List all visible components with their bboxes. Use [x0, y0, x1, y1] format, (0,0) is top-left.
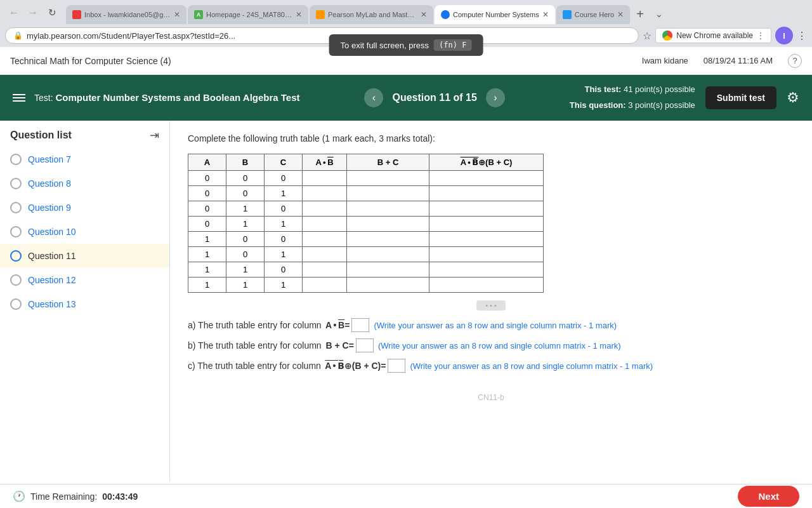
settings-icon[interactable]: ⚙ [787, 90, 799, 106]
app-title: Technical Math for Computer Science (4) [10, 56, 171, 66]
divider: • • • [188, 300, 794, 311]
hint-a: (Write your answer as an 8 row and singl… [374, 321, 617, 330]
sidebar-item-q8[interactable]: Question 8 [0, 171, 169, 196]
table-row: 0 0 1 [188, 186, 544, 201]
table-row: 1 0 0 [188, 232, 544, 247]
table-row: 0 0 0 [188, 171, 544, 186]
answer-input-a[interactable] [351, 318, 369, 332]
answer-row-a: a) The truth table entry for column A • … [188, 318, 794, 332]
answer-row-b: b) The truth table entry for column B + … [188, 338, 794, 352]
hint-c: (Write your answer as an 8 row and singl… [410, 361, 653, 371]
q13-label: Question 13 [28, 299, 76, 309]
hint-b: (Write your answer as an 8 row and singl… [378, 341, 621, 351]
close-tab-gmail[interactable]: ✕ [174, 10, 180, 19]
col-header-complex: A • B̅⊕(B + C) [429, 154, 544, 171]
q12-label: Question 12 [28, 275, 76, 285]
q8-circle [10, 178, 22, 189]
prev-question-button[interactable]: ‹ [364, 88, 383, 107]
chrome-menu-icon[interactable]: ⋮ [797, 30, 807, 42]
fullscreen-tooltip: To exit full screen, press (fn) F [329, 34, 483, 56]
test-title: Test: Computer Number Systems and Boolea… [34, 91, 300, 105]
new-tab-button[interactable]: + [631, 6, 649, 24]
next-button[interactable]: Next [738, 486, 799, 507]
keyboard-shortcut: (fn) F [434, 39, 471, 51]
sidebar-title: Question list [10, 130, 72, 141]
nav-buttons: ← → ↻ [5, 4, 61, 24]
user-name: Iwam kidane [642, 56, 688, 65]
q10-label: Question 10 [28, 227, 76, 237]
table-row: 1 1 1 [188, 277, 544, 293]
forward-button[interactable]: → [24, 4, 42, 22]
q7-label: Question 7 [28, 154, 71, 164]
reload-button[interactable]: ↻ [43, 4, 61, 22]
question-list-sidebar: Question list ⇥ Question 7 Question 8 Qu… [0, 121, 170, 481]
question-number: Question 11 of 15 [392, 92, 476, 104]
close-tab-computer[interactable]: ✕ [542, 10, 549, 19]
q11-label: Question 11 [28, 251, 76, 261]
hamburger-menu[interactable] [13, 94, 25, 102]
q9-circle [10, 202, 22, 213]
time-remaining-value: 00:43:49 [102, 491, 138, 502]
answer-row-c: c) The truth table entry for column A • … [188, 359, 794, 373]
tab-pearson[interactable]: Pearson MyLab and Master... ✕ [310, 5, 433, 24]
q12-circle [10, 274, 22, 286]
sidebar-item-q12[interactable]: Question 12 [0, 268, 169, 292]
cn-label: CN11-b [188, 393, 794, 402]
back-button[interactable]: ← [5, 4, 23, 22]
close-tab-pearson[interactable]: ✕ [421, 10, 427, 19]
sidebar-item-q10[interactable]: Question 10 [0, 220, 169, 244]
tab-homepage[interactable]: A Homepage - 24S_MAT800... ✕ [188, 5, 308, 24]
sidebar-item-q11[interactable]: Question 11 [0, 244, 169, 268]
submit-test-button[interactable]: Submit test [705, 86, 776, 109]
tab-coursehero[interactable]: Course Hero ✕ [556, 5, 630, 24]
test-header: Test: Computer Number Systems and Boolea… [0, 75, 812, 121]
table-row: 1 0 1 [188, 247, 544, 262]
time-remaining-label: Time Remaining: [30, 491, 97, 502]
chrome-icon [662, 30, 672, 41]
table-row: 0 1 0 [188, 201, 544, 217]
content-area: Complete the following truth table (1 ma… [170, 121, 812, 481]
col-header-C: C [265, 154, 303, 171]
col-header-BplusC: B + C [347, 154, 429, 171]
col-header-AB: A • B [303, 154, 347, 171]
tab-list-button[interactable]: ⌄ [650, 6, 668, 24]
q11-circle [10, 250, 22, 262]
q8-label: Question 8 [28, 178, 71, 189]
tab-gmail[interactable]: Inbox - lwamkidane05@gm... ✕ [66, 5, 187, 24]
question-instructions: Complete the following truth table (1 ma… [188, 133, 794, 144]
notification-menu-icon[interactable]: ⋮ [757, 31, 764, 40]
sidebar-item-q13[interactable]: Question 13 [0, 292, 169, 316]
answer-input-c[interactable] [388, 359, 405, 373]
address-bar[interactable]: 🔒 mylab.pearson.com/Student/PlayerTest.a… [5, 27, 639, 44]
tab-computer[interactable]: Computer Number Systems ✕ [435, 5, 555, 24]
q10-circle [10, 226, 22, 237]
question-nav: ‹ Question 11 of 15 › [364, 88, 504, 107]
truth-table: A B C A • B B + C A • B̅⊕(B + C) 0 0 0 [188, 154, 544, 293]
table-row: 1 1 0 [188, 262, 544, 277]
clock-icon: 🕐 [13, 490, 25, 502]
datetime: 08/19/24 11:16 AM [704, 56, 773, 65]
col-header-A: A [188, 154, 226, 171]
close-tab-coursehero[interactable]: ✕ [617, 10, 624, 19]
q7-circle [10, 154, 22, 165]
sidebar-item-q7[interactable]: Question 7 [0, 147, 169, 171]
close-tab-homepage[interactable]: ✕ [296, 10, 302, 19]
q13-circle [10, 298, 22, 310]
next-question-button[interactable]: › [486, 88, 505, 107]
test-info: This test: 41 point(s) possible This que… [570, 82, 695, 113]
timer-area: 🕐 Time Remaining: 00:43:49 [13, 490, 138, 502]
bookmark-icon[interactable]: ☆ [643, 30, 652, 42]
footer: 🕐 Time Remaining: 00:43:49 Next [0, 484, 812, 508]
profile-button[interactable]: I [775, 27, 793, 44]
sidebar-item-q9[interactable]: Question 9 [0, 196, 169, 220]
collapse-sidebar-button[interactable]: ⇥ [150, 128, 159, 142]
help-button[interactable]: ? [788, 54, 802, 68]
q9-label: Question 9 [28, 203, 71, 213]
answer-input-b[interactable] [356, 338, 374, 352]
chrome-notification[interactable]: New Chrome available ⋮ [655, 28, 771, 43]
table-row: 0 1 1 [188, 217, 544, 232]
col-header-B: B [226, 154, 265, 171]
